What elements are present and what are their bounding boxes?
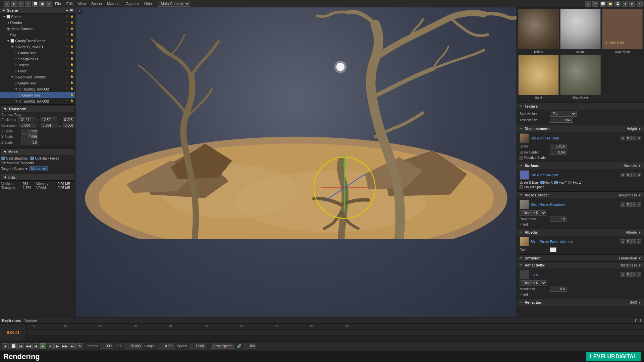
disp-icon-1[interactable]: ⚙ — [621, 136, 625, 140]
eye-icon-4[interactable]: 👁 — [65, 33, 69, 37]
info-header[interactable]: ▼ Info — [1, 174, 74, 181]
lock-icon-7[interactable]: 🔒 — [70, 51, 74, 55]
fps-input[interactable] — [124, 344, 142, 349]
flip-x-cb[interactable]: Flip X — [540, 181, 553, 184]
thumb-debris[interactable]: Debris — [518, 9, 559, 53]
disp-icon-4[interactable]: ✗ — [637, 136, 641, 140]
eye-icon-14[interactable]: 👁 — [65, 93, 69, 97]
timeline-expand-btn[interactable]: ⬆ — [634, 318, 637, 323]
tree-gnarlyTreesScene[interactable]: ▼ ⬜ GnarlyTreesScene 👁 🔒 — [0, 38, 75, 44]
alb-icon-3[interactable]: ↩ — [631, 239, 636, 244]
roughness-input[interactable] — [550, 217, 567, 222]
lock-icon-13[interactable]: 🔒 — [70, 87, 74, 91]
pb-play-btn[interactable]: ▶ — [40, 343, 46, 349]
toolbar-icon-2[interactable]: ▶ — [11, 1, 17, 7]
position-x[interactable] — [18, 117, 35, 122]
camera-selector[interactable]: Main Camera — [158, 1, 190, 7]
eye-icon[interactable]: 👁 — [65, 15, 69, 19]
tree-trunk02[interactable]: ▼ ◻ Trunk02_low002 👁 🔒 — [0, 98, 75, 104]
lock-icon-3[interactable]: 🔒 — [70, 27, 74, 31]
pb-end-btn[interactable]: ▶| — [69, 343, 76, 349]
lock-icon-10[interactable]: 🔒 — [70, 69, 74, 73]
met-icon-1[interactable]: ⚙ — [621, 272, 625, 277]
reflectivity-header[interactable]: ▼ Reflectivity: Metalness ▼ — [517, 262, 644, 268]
flip-y-cb[interactable]: Flip Y — [554, 181, 567, 184]
menu-view[interactable]: View — [75, 1, 89, 6]
rough-icon-2[interactable]: 🔍 — [626, 202, 631, 207]
pb-step-back-btn[interactable]: ◀ — [32, 343, 39, 349]
metalness-invert[interactable]: Invert — [520, 293, 528, 296]
scene-header[interactable]: ▼ Scene + 👁 — [0, 7, 75, 14]
tangent-space-value[interactable]: Marmoset — [29, 166, 47, 171]
rough-icon-1[interactable]: ⚙ — [621, 202, 625, 207]
lock-icon-4[interactable]: 🔒 — [70, 33, 74, 37]
pb-start-btn[interactable]: |◀ — [17, 343, 24, 349]
lock-icon[interactable]: 🔒 — [70, 15, 74, 19]
link-value-input[interactable] — [243, 344, 256, 349]
thumb-sand[interactable]: Sand — [518, 55, 559, 99]
link-icon[interactable]: 🔗 — [236, 344, 241, 349]
flip-z-cb[interactable]: Flip Z — [569, 181, 581, 184]
tree-arrow-trunk02[interactable]: ▼ — [15, 100, 18, 103]
position-y[interactable] — [41, 117, 57, 122]
rotation-z[interactable] — [63, 123, 75, 128]
menu-help[interactable]: Help — [142, 1, 155, 6]
alb-icon-2[interactable]: 🔍 — [626, 239, 631, 244]
transform-header[interactable]: ▼ Transform — [1, 106, 74, 112]
lock-icon-8[interactable]: 🔒 — [70, 57, 74, 61]
toolbar-icon-right-4[interactable]: 📁 — [607, 1, 613, 7]
cast-shadows-cb[interactable]: Cast Shadows — [1, 157, 28, 160]
reflectivity-type[interactable]: Metalness ▼ — [621, 263, 641, 267]
tree-arrow-gnarly[interactable]: ▼ — [7, 39, 10, 43]
keyframe-add-btn[interactable]: ◈ — [2, 343, 9, 349]
tree-gnarly1[interactable]: ◻ GnarlyTree 👁 🔒 — [0, 50, 75, 56]
tree-trunk01[interactable]: ▼ ◻ Trunk01_low002 👁 🔒 — [0, 86, 75, 92]
menu-capture[interactable]: Capture — [123, 1, 142, 6]
surface-header[interactable]: ▼ Surface: Normals ▼ — [517, 162, 644, 169]
alb-icon-4[interactable]: ✗ — [637, 239, 641, 244]
fix-mirrored-tangents[interactable]: Fix Mirrored Tangents — [1, 161, 74, 165]
normal-map-name[interactable]: RockDebris-N.psd — [531, 173, 621, 177]
lock-icon-9[interactable]: 🔒 — [70, 63, 74, 67]
eye-icon-5[interactable]: 👁 — [65, 39, 69, 43]
mesh-header[interactable]: ▼ Mesh — [1, 149, 74, 155]
lock-icon-6[interactable]: 🔒 — [70, 45, 74, 49]
pb-loop-btn[interactable]: ⬜ — [10, 343, 17, 349]
disp-center-input[interactable] — [550, 150, 567, 155]
diffusion-type[interactable]: Lambertian ▼ — [619, 256, 641, 260]
eye-icon-11[interactable]: 👁 — [65, 75, 69, 79]
tree-sky[interactable]: ◻ Sky 👁 🔒 — [0, 32, 75, 38]
thumb-default[interactable]: Default — [560, 9, 601, 53]
tree-sharprocks[interactable]: ◻ SharpRocks 👁 🔒 — [0, 56, 75, 62]
tree-gnarly3[interactable]: ◻ GnarlyTree 👁 🔒 — [0, 92, 75, 98]
eye-icon-7[interactable]: 👁 — [65, 51, 69, 55]
eye-icon-13[interactable]: 👁 — [65, 87, 69, 91]
thumb-gnarlytree[interactable]: GnarlyTree GnarlyTree — [602, 9, 643, 53]
scene-vis-icon[interactable]: 👁 — [69, 8, 73, 12]
pb-repeat-btn[interactable]: ↻ — [76, 343, 83, 349]
disp-icon-2[interactable]: 🔍 — [626, 136, 631, 140]
displacement-type[interactable]: Height ▼ — [627, 127, 641, 131]
microsurface-header[interactable]: ▼ Microsurface: Roughness ▼ — [517, 192, 644, 198]
toolbar-icon-3[interactable]: ↩ — [18, 1, 24, 7]
yscale-input[interactable] — [21, 134, 38, 139]
toolbar-icon-right-2[interactable]: 📷 — [592, 1, 598, 7]
diffusion-header[interactable]: ▼ Diffusion: Lambertian ▼ — [517, 255, 644, 261]
albedo-header[interactable]: ▼ Albedo: Albedo ▼ — [517, 229, 644, 236]
reflection-type[interactable]: GGX ▼ — [630, 301, 641, 304]
eye-icon-10[interactable]: 👁 — [65, 69, 69, 73]
metalness-map-name[interactable]: none — [531, 273, 621, 277]
menu-edit[interactable]: Edit — [64, 1, 75, 6]
relative-scale-cb[interactable]: Relative Scale — [520, 156, 546, 160]
albedo-map-name[interactable]: SharpRocks-Base color.bmp — [531, 240, 621, 244]
toolbar-icon-right-8[interactable]: ✗ — [637, 1, 643, 7]
metalness-channel-select[interactable]: Channel R — [520, 280, 546, 286]
tree-arrow-scene[interactable]: ▼ — [3, 15, 6, 18]
rough-icon-3[interactable]: ↩ — [631, 202, 636, 207]
object-space-cb[interactable]: Object Space — [520, 185, 544, 189]
norm-icon-3[interactable]: ↩ — [631, 173, 636, 177]
rough-icon-4[interactable]: ✗ — [637, 202, 641, 207]
lock-icon-2[interactable]: 🔒 — [70, 21, 74, 25]
pb-next-btn[interactable]: ▶▶ — [62, 343, 68, 349]
alb-icon-1[interactable]: ⚙ — [621, 239, 625, 244]
